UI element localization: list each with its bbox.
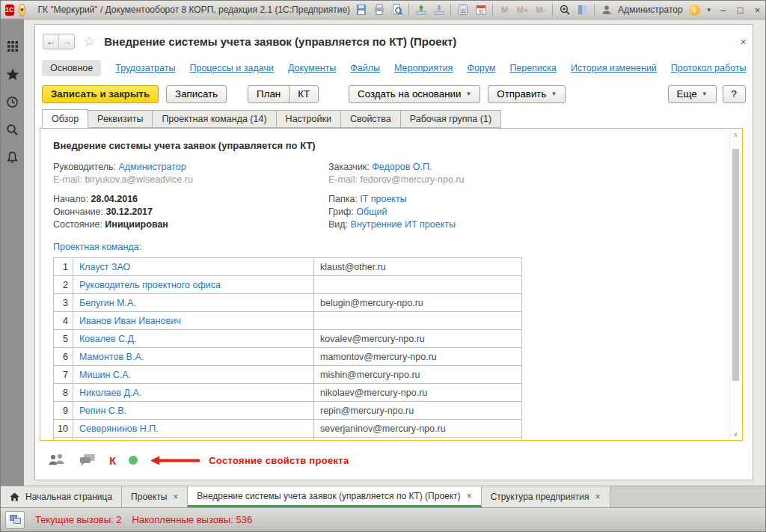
- mail-icon[interactable]: [432, 4, 445, 16]
- member-name-link[interactable]: Руководитель проектного офиса: [73, 276, 314, 293]
- window-tab[interactable]: Структура предприятия ×: [482, 486, 610, 507]
- calendar-icon[interactable]: 31: [474, 4, 487, 16]
- window-tab[interactable]: Проекты ×: [122, 486, 188, 507]
- server-calls-icon[interactable]: [5, 511, 25, 529]
- section-nav-link[interactable]: Процессы и задачи: [189, 63, 273, 73]
- section-nav-link[interactable]: Переписка: [509, 63, 557, 73]
- chevron-down-icon[interactable]: ▼: [706, 7, 712, 13]
- favorites-star-icon[interactable]: [5, 67, 20, 82]
- main-menu-icon[interactable]: ▼: [19, 4, 26, 16]
- form-tab[interactable]: Свойства: [340, 110, 401, 128]
- field-value[interactable]: Федоров О.П.: [372, 162, 432, 172]
- member-name-link[interactable]: Николаев Д.А.: [73, 384, 314, 401]
- memory-button[interactable]: M: [498, 4, 511, 16]
- field-value[interactable]: Общий: [356, 207, 387, 217]
- send-button[interactable]: Отправить▼: [488, 85, 566, 103]
- window-tab[interactable]: Внедрение системы учета заявок (управляе…: [188, 486, 481, 507]
- form-tab[interactable]: Обзор: [42, 109, 88, 128]
- save-button[interactable]: Записать: [166, 85, 227, 103]
- field-value[interactable]: IT проекты: [360, 194, 406, 204]
- history-clock-icon[interactable]: [5, 94, 20, 109]
- member-name-link[interactable]: Мамонтов В.А.: [73, 348, 314, 365]
- minimize-button[interactable]: –: [717, 4, 729, 16]
- field-value[interactable]: Инициирован: [105, 219, 168, 230]
- window-tab[interactable]: Начальная страница ×: [1, 486, 122, 507]
- kt-button[interactable]: КТ: [289, 85, 319, 103]
- notifications-bell-icon[interactable]: [5, 150, 20, 165]
- forward-arrow-icon[interactable]: →: [59, 34, 74, 49]
- field-value[interactable]: Внутренние ИТ проекты: [351, 219, 456, 230]
- back-arrow-icon[interactable]: ←: [43, 34, 59, 49]
- search-icon[interactable]: [5, 122, 20, 137]
- tab-close-icon[interactable]: ×: [467, 491, 472, 501]
- member-name-link[interactable]: Иванов Иван Иванович: [73, 312, 314, 329]
- calculator-icon[interactable]: [456, 4, 469, 16]
- table-row[interactable]: 8 Николаев Д.А. nikolaev@mercury-npo.ru: [54, 384, 521, 402]
- member-name-link[interactable]: Репин С.В.: [73, 402, 314, 419]
- section-nav-link[interactable]: Протокол работы: [671, 63, 747, 73]
- section-nav-link[interactable]: Трудозатраты: [115, 63, 175, 73]
- field-value[interactable]: 28.04.2016: [91, 194, 138, 204]
- plan-button[interactable]: План: [248, 85, 289, 103]
- status-indicator-dot[interactable]: [129, 456, 138, 465]
- send-receive-icon[interactable]: [414, 4, 427, 16]
- print-preview-icon[interactable]: [390, 4, 403, 16]
- table-row[interactable]: 11 Смирнов В.Д. smirnov@mercury-npo.ru: [54, 438, 521, 441]
- section-nav-link[interactable]: Форум: [467, 63, 495, 73]
- save-and-close-button[interactable]: Записать и закрыть: [42, 85, 159, 103]
- table-row[interactable]: 1 Клауст ЗАО klaust@other.ru: [54, 258, 521, 276]
- forum-chat-icon[interactable]: [79, 453, 96, 467]
- table-row[interactable]: 3 Белугин М.А. belugin@mercury-npo.ru: [54, 294, 521, 312]
- table-row[interactable]: 4 Иванов Иван Иванович: [54, 312, 521, 330]
- table-row[interactable]: 6 Мамонтов В.А. mamontov@mercury-npo.ru: [54, 348, 521, 366]
- memory-button[interactable]: M-: [534, 4, 547, 16]
- vertical-scrollbar[interactable]: ∧ ∨: [729, 129, 741, 439]
- menu-grid-icon[interactable]: [5, 39, 20, 54]
- print-icon[interactable]: [373, 4, 385, 16]
- maximize-button[interactable]: □: [735, 4, 747, 16]
- member-name-link[interactable]: Белугин М.А.: [73, 294, 314, 311]
- scroll-up-icon[interactable]: ∧: [734, 129, 738, 140]
- form-tab[interactable]: Проектная команда (14): [152, 110, 276, 128]
- section-nav-link[interactable]: Файлы: [350, 63, 380, 73]
- more-button[interactable]: Еще▼: [668, 85, 717, 103]
- form-close-icon[interactable]: ×: [740, 35, 747, 48]
- field-value[interactable]: 30.12.2017: [105, 207, 153, 217]
- memory-button[interactable]: M+: [516, 4, 529, 16]
- member-name-link[interactable]: Мишин С.А.: [73, 366, 314, 383]
- member-name-link[interactable]: Северянинов Н.П.: [73, 420, 314, 437]
- info-icon[interactable]: i: [688, 4, 701, 16]
- scroll-down-icon[interactable]: ∨: [734, 429, 738, 439]
- close-button[interactable]: ×: [752, 4, 764, 16]
- control-point-flag[interactable]: К: [109, 454, 116, 467]
- favorite-star-icon[interactable]: ☆: [84, 34, 95, 49]
- member-name-link[interactable]: Смирнов В.Д.: [73, 438, 314, 441]
- section-nav-link[interactable]: Основное: [42, 60, 101, 76]
- section-nav-link[interactable]: Документы: [288, 63, 336, 73]
- form-tab[interactable]: Настройки: [276, 110, 341, 128]
- table-row[interactable]: 2 Руководитель проектного офиса: [54, 276, 521, 294]
- table-row[interactable]: 5 Ковалев С.Д. kovalev@mercury-npo.ru: [54, 330, 521, 348]
- field-value[interactable]: fedorov@mercury-npo.ru: [360, 174, 464, 185]
- save-icon[interactable]: [355, 4, 367, 16]
- field-value[interactable]: Администратор: [119, 162, 186, 172]
- tab-close-icon[interactable]: ×: [173, 492, 178, 502]
- table-row[interactable]: 7 Мишин С.А. mishin@mercury-npo.ru: [54, 366, 521, 384]
- member-name-link[interactable]: Ковалев С.Д.: [73, 330, 314, 347]
- table-row[interactable]: 9 Репин С.В. repin@mercury-npo.ru: [54, 402, 521, 420]
- help-button[interactable]: ?: [723, 85, 746, 103]
- form-tab[interactable]: Реквизиты: [88, 110, 153, 128]
- section-nav-link[interactable]: Мероприятия: [394, 63, 453, 73]
- field-value[interactable]: biryukov.a@wiseadvice.ru: [85, 174, 192, 185]
- create-based-on-button[interactable]: Создать на основании▼: [349, 85, 480, 103]
- tab-close-icon[interactable]: ×: [595, 492, 601, 502]
- zoom-icon[interactable]: [558, 4, 571, 16]
- table-row[interactable]: 10 Северянинов Н.П. severjaninov@mercury…: [54, 420, 521, 438]
- form-tab[interactable]: Рабочая группа (1): [400, 110, 501, 128]
- split-view-icon[interactable]: [576, 4, 589, 16]
- project-team-icon[interactable]: [48, 453, 66, 467]
- scrollbar-thumb[interactable]: [732, 149, 739, 381]
- section-nav-link[interactable]: История изменений: [571, 63, 657, 73]
- member-name-link[interactable]: Клауст ЗАО: [73, 258, 314, 275]
- team-link[interactable]: Проектная команда:: [53, 242, 742, 252]
